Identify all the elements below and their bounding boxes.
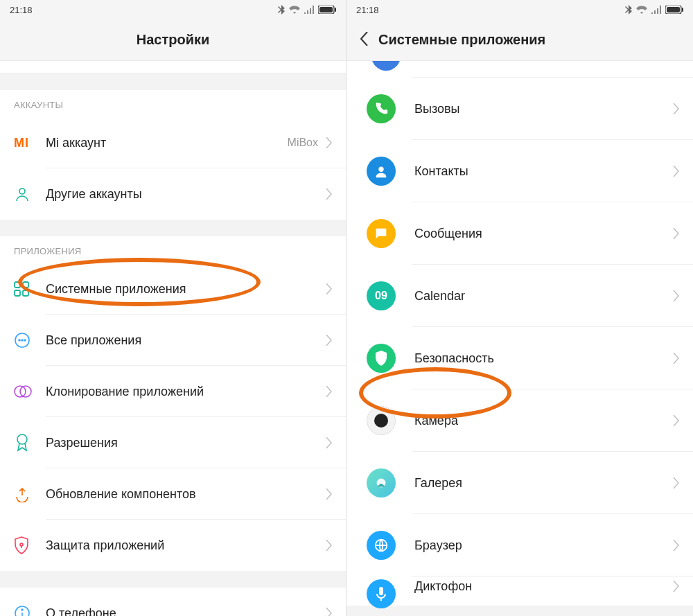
row-label: О телефоне xyxy=(42,606,325,617)
svg-rect-24 xyxy=(379,587,383,595)
chevron-right-icon xyxy=(672,290,679,301)
row-label: Все приложения xyxy=(42,333,325,348)
svg-rect-4 xyxy=(15,282,20,288)
list-item-partial-top[interactable] xyxy=(346,61,693,78)
chevron-right-icon xyxy=(672,540,679,551)
row-label: Другие аккаунты xyxy=(42,187,325,202)
wifi-icon xyxy=(289,6,300,14)
mic-icon xyxy=(367,579,396,608)
svg-point-21 xyxy=(378,167,383,172)
row-label: Диктофон xyxy=(402,579,672,594)
chevron-right-icon xyxy=(325,386,332,397)
row-messaging[interactable]: Сообщения xyxy=(346,202,693,265)
chevron-right-icon xyxy=(672,166,679,177)
row-dual-apps[interactable]: Клонирование приложений xyxy=(0,366,346,417)
globe-icon xyxy=(367,531,396,560)
section-header-accounts: АККАУНТЫ xyxy=(0,90,346,117)
row-calendar[interactable]: 09 Calendar xyxy=(346,265,693,327)
camera-icon xyxy=(367,406,396,435)
chevron-right-icon xyxy=(672,581,679,592)
row-calls[interactable]: Вызовы xyxy=(346,78,693,140)
chevron-right-icon xyxy=(325,437,332,448)
row-mi-account[interactable]: MI Mi аккаунт MiBox xyxy=(0,117,346,168)
phone-icon xyxy=(367,94,396,123)
svg-point-15 xyxy=(20,543,23,546)
row-browser[interactable]: Браузер xyxy=(346,514,693,577)
svg-rect-6 xyxy=(15,290,20,296)
battery-icon xyxy=(318,6,336,14)
row-label: Галерея xyxy=(402,476,672,491)
row-label: Вызовы xyxy=(402,102,672,116)
row-app-lock[interactable]: Защита приложений xyxy=(0,520,346,571)
row-label: Клонирование приложений xyxy=(42,385,325,399)
clock: 21:18 xyxy=(356,5,379,15)
row-label: Контакты xyxy=(402,164,672,179)
chevron-right-icon xyxy=(672,477,679,489)
svg-point-17 xyxy=(21,609,23,610)
chevron-right-icon xyxy=(325,137,332,148)
row-system-apps[interactable]: Системные приложения xyxy=(0,263,346,315)
row-camera[interactable]: Камера xyxy=(346,389,693,452)
row-label: Разрешения xyxy=(42,436,325,450)
svg-rect-7 xyxy=(23,290,28,296)
list-spacer xyxy=(0,61,346,73)
chevron-right-icon xyxy=(325,608,332,616)
shield-lock-icon xyxy=(14,536,29,554)
svg-point-3 xyxy=(19,188,25,194)
page-title: Настройки xyxy=(137,32,210,48)
info-icon xyxy=(14,605,30,616)
row-contacts[interactable]: Контакты xyxy=(346,140,693,202)
svg-rect-1 xyxy=(319,7,333,12)
signal-icon xyxy=(651,6,661,14)
row-label: Сообщения xyxy=(402,227,672,241)
row-label: Mi аккаунт xyxy=(42,136,288,150)
row-label: Calendar xyxy=(402,289,672,303)
section-header-apps: ПРИЛОЖЕНИЯ xyxy=(0,236,346,263)
svg-rect-20 xyxy=(682,8,683,12)
row-security[interactable]: Безопасность xyxy=(346,327,693,389)
row-label: Браузер xyxy=(402,538,672,553)
row-label: Системные приложения xyxy=(42,282,325,297)
row-label: Безопасность xyxy=(402,351,672,366)
wifi-icon xyxy=(636,6,647,14)
page-title: Системные приложения xyxy=(378,32,545,48)
mi-logo-icon: MI xyxy=(14,136,29,150)
row-all-apps[interactable]: Все приложения xyxy=(0,315,346,366)
back-button[interactable] xyxy=(360,32,369,49)
svg-rect-19 xyxy=(667,7,680,12)
chevron-left-icon xyxy=(360,32,369,46)
row-about-phone[interactable]: О телефоне xyxy=(0,588,346,616)
row-component-updates[interactable]: Обновление компонентов xyxy=(0,468,346,520)
badge-icon xyxy=(14,434,30,452)
chevron-right-icon xyxy=(325,188,332,200)
phone-right: 21:18 Системные приложения xyxy=(346,0,693,616)
row-other-accounts[interactable]: Другие аккаунты xyxy=(0,168,346,220)
status-icons xyxy=(278,5,336,15)
calendar-icon: 09 xyxy=(367,281,396,310)
chevron-right-icon xyxy=(325,283,332,294)
battery-icon xyxy=(665,6,683,14)
row-label: Обновление компонентов xyxy=(42,487,325,502)
svg-point-9 xyxy=(19,340,20,341)
chevron-right-icon xyxy=(672,353,679,364)
shield-icon xyxy=(367,344,396,373)
contacts-icon xyxy=(367,157,396,186)
gallery-icon xyxy=(367,468,396,498)
app-icon-partial xyxy=(371,61,401,71)
row-recorder[interactable]: Диктофон xyxy=(346,577,693,606)
chevron-right-icon xyxy=(325,489,332,500)
signal-icon xyxy=(304,6,314,14)
person-icon xyxy=(14,186,30,202)
row-gallery[interactable]: Галерея xyxy=(346,452,693,514)
status-bar: 21:18 xyxy=(346,0,693,19)
svg-rect-5 xyxy=(23,282,28,288)
upload-circle-icon xyxy=(14,486,30,502)
bluetooth-icon xyxy=(625,5,632,15)
row-permissions[interactable]: Разрешения xyxy=(0,417,346,468)
grid-icon xyxy=(14,281,29,297)
svg-point-11 xyxy=(24,340,26,341)
status-bar: 21:18 xyxy=(0,0,346,19)
chevron-right-icon xyxy=(672,228,679,239)
row-value: MiBox xyxy=(288,137,318,149)
chevron-right-icon xyxy=(325,540,332,551)
